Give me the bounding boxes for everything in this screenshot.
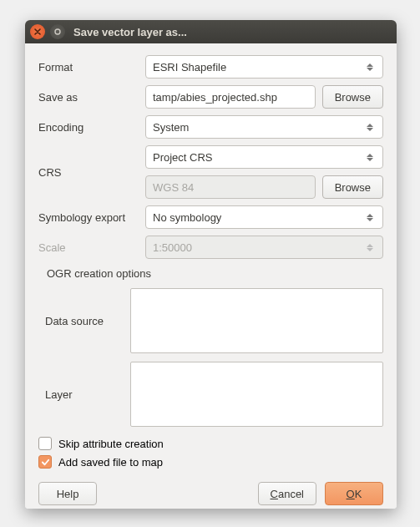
crs-name-input: WGS 84 [145, 175, 316, 199]
crs-mode-select[interactable]: Project CRS [145, 145, 383, 169]
scale-value: 1:50000 [153, 241, 192, 254]
saveas-label: Save as [38, 91, 139, 104]
ogr-groupbox: OGR creation options Data source Layer S… [38, 267, 383, 469]
button-row: Help Cancel OK [38, 469, 383, 505]
format-value: ESRI Shapefile [153, 61, 226, 73]
format-select[interactable]: ESRI Shapefile [145, 55, 383, 79]
spinner-icon [367, 124, 378, 131]
spinner-icon [367, 63, 378, 71]
browse-crs-button[interactable]: Browse [322, 175, 383, 199]
help-button[interactable]: Help [38, 482, 97, 505]
add-to-map-row: Add saved file to map [38, 455, 383, 469]
add-to-map-checkbox[interactable] [38, 455, 52, 469]
encoding-label: Encoding [38, 121, 139, 134]
saveas-input[interactable]: tamp/abies_projected.shp [145, 85, 316, 109]
scale-label: Scale [38, 241, 139, 254]
saveas-value: tamp/abies_projected.shp [153, 91, 308, 104]
spinner-icon [367, 154, 378, 161]
crs-mode-value: Project CRS [153, 151, 213, 164]
titlebar: Save vector layer as... [25, 20, 397, 43]
datasource-label: Data source [38, 315, 122, 327]
scale-select: 1:50000 [145, 236, 383, 259]
crs-name-value: WGS 84 [153, 181, 308, 194]
symbology-value: No symbology [153, 211, 221, 224]
form-grid: Format ESRI Shapefile Save as tamp/abies… [38, 55, 383, 259]
spinner-icon [367, 244, 378, 251]
symbology-select[interactable]: No symbology [145, 205, 383, 229]
cancel-button[interactable]: Cancel [258, 482, 316, 505]
layer-label: Layer [38, 388, 122, 401]
browse-saveas-button[interactable]: Browse [322, 85, 383, 109]
add-to-map-label: Add saved file to map [58, 456, 163, 469]
layer-textarea[interactable] [130, 362, 383, 427]
spinner-icon [367, 214, 378, 221]
minimize-icon[interactable] [50, 24, 65, 39]
ogr-group-title: OGR creation options [45, 267, 383, 280]
datasource-textarea[interactable] [130, 288, 383, 353]
skip-attribute-checkbox[interactable] [38, 437, 52, 450]
ok-button[interactable]: OK [325, 482, 383, 505]
crs-label: CRS [38, 166, 139, 179]
encoding-value: System [153, 121, 189, 134]
svg-point-0 [55, 29, 60, 34]
dialog-body: Format ESRI Shapefile Save as tamp/abies… [25, 43, 397, 509]
symbology-label: Symbology export [38, 211, 139, 224]
skip-attribute-label: Skip attribute creation [58, 438, 164, 450]
dialog-title: Save vector layer as... [73, 26, 187, 38]
encoding-select[interactable]: System [145, 115, 383, 139]
close-icon[interactable] [30, 24, 45, 39]
skip-attribute-row: Skip attribute creation [38, 437, 383, 450]
format-label: Format [38, 61, 139, 73]
dialog-window: Save vector layer as... Format ESRI Shap… [25, 20, 397, 509]
